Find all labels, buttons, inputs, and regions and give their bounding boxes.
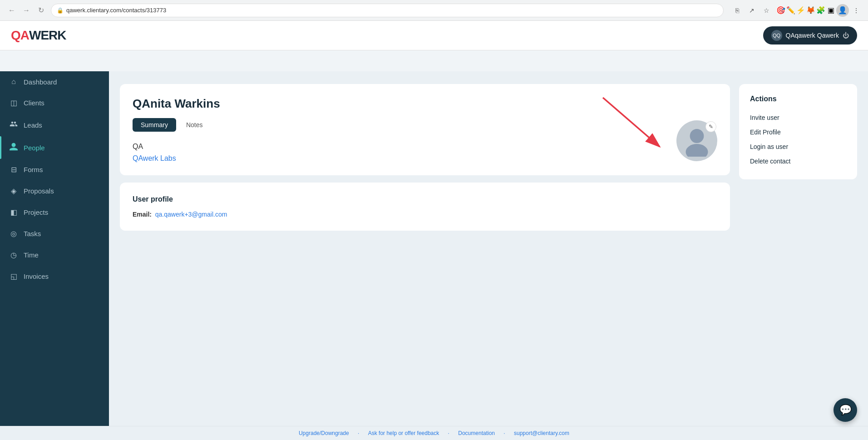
ext-icon-5[interactable]: 🧩 [816, 6, 825, 15]
email-label: Email: [133, 211, 152, 218]
sidebar-item-projects[interactable]: ◧ Projects [0, 202, 109, 223]
leads-icon [9, 120, 18, 130]
sidebar-item-label-leads: Leads [24, 121, 42, 129]
sidebar-item-label-dashboard: Dashboard [24, 78, 57, 86]
ext-icon-2[interactable]: ✏️ [786, 6, 795, 15]
sidebar-item-time[interactable]: ◷ Time [0, 244, 109, 266]
reload-button[interactable]: ↻ [35, 4, 47, 17]
profile-card: QAnita Warkins Summary Notes QA QAwerk L… [120, 84, 730, 175]
ext-icon-6[interactable]: ▣ [826, 6, 835, 15]
sidebar-item-label-forms: Forms [24, 166, 43, 173]
sidebar-item-label-time: Time [24, 251, 39, 259]
svg-point-3 [686, 144, 708, 157]
share-button[interactable]: ↗ [745, 4, 758, 17]
tab-summary[interactable]: Summary [133, 118, 176, 132]
sidebar-item-people[interactable]: People [0, 136, 109, 159]
lock-icon: 🔒 [57, 7, 64, 14]
browser-nav-buttons: ← → ↻ [5, 4, 47, 17]
login-as-user-button[interactable]: Login as user [750, 139, 846, 154]
profile-company[interactable]: QAwerk Labs [133, 154, 176, 162]
sidebar-item-label-people: People [24, 144, 45, 152]
sidebar: ⌂ Dashboard ◫ Clients Leads [0, 71, 109, 426]
clients-icon: ◫ [9, 99, 18, 107]
user-profile-title: User profile [133, 195, 717, 203]
extension-icons: 🎯 ✏️ ⚡ 🦊 🧩 ▣ 👤 ⋮ [776, 4, 863, 17]
logo-werk: WERK [29, 28, 66, 43]
email-link[interactable]: qa.qawerk+3@gmail.com [155, 211, 227, 218]
footer-link-upgrade[interactable]: Upgrade/Downgrade [299, 430, 349, 436]
forms-icon: ⊟ [9, 165, 18, 174]
top-header: QA WERK QQ QAqawerk Qawerk ⏻ [0, 21, 868, 50]
user-avatar-small: QQ [771, 30, 782, 41]
user-profile-email: Email: qa.qawerk+3@gmail.com [133, 211, 717, 218]
projects-icon: ◧ [9, 208, 18, 217]
browser-actions: ⎘ ↗ ☆ [731, 4, 773, 17]
sidebar-item-proposals[interactable]: ◈ Proposals [0, 180, 109, 202]
ext-icon-3[interactable]: ⚡ [796, 6, 805, 15]
edit-profile-button[interactable]: Edit Profile [750, 125, 846, 139]
more-button[interactable]: ⋮ [850, 4, 863, 17]
back-button[interactable]: ← [5, 4, 18, 17]
chat-widget[interactable]: 💬 [833, 398, 857, 422]
browser-bar: ← → ↻ 🔒 qawerk.clientary.com/contacts/31… [0, 0, 868, 21]
actions-panel: Actions Invite user Edit Profile Login a… [739, 84, 857, 179]
logo: QA WERK [11, 28, 66, 43]
sidebar-item-label-proposals: Proposals [24, 187, 54, 195]
user-profile-button[interactable]: QQ QAqawerk Qawerk ⏻ [763, 26, 857, 44]
tasks-icon: ◎ [9, 229, 18, 238]
sidebar-item-label-tasks: Tasks [24, 230, 41, 237]
user-button-label: QAqawerk Qawerk [786, 32, 839, 39]
invoices-icon: ◱ [9, 272, 18, 281]
address-bar[interactable]: 🔒 qawerk.clientary.com/contacts/313773 [51, 4, 724, 17]
profile-tabs: Summary Notes [133, 118, 717, 132]
url-text: qawerk.clientary.com/contacts/313773 [66, 7, 166, 14]
ext-icon-4[interactable]: 🦊 [806, 6, 815, 15]
actions-title: Actions [750, 95, 846, 103]
invite-user-button[interactable]: Invite user [750, 110, 846, 125]
app: QA WERK QQ QAqawerk Qawerk ⏻ ⌂ Dashboard… [0, 21, 868, 426]
footer-separator-3: · [503, 430, 507, 436]
profile-name: QAnita Warkins [133, 97, 717, 111]
footer-separator-1: · [358, 430, 361, 436]
time-icon: ◷ [9, 251, 18, 259]
profile-role: QA [133, 143, 717, 151]
sidebar-item-label-projects: Projects [24, 208, 48, 216]
power-icon: ⏻ [843, 32, 849, 39]
svg-point-2 [690, 129, 704, 143]
cast-button[interactable]: ⎘ [731, 4, 744, 17]
content-area: QAnita Warkins Summary Notes QA QAwerk L… [109, 71, 868, 426]
dashboard-icon: ⌂ [9, 78, 18, 86]
footer-separator-2: · [448, 430, 451, 436]
tab-notes[interactable]: Notes [178, 118, 211, 132]
bookmark-button[interactable]: ☆ [760, 4, 773, 17]
chrome-profile[interactable]: 👤 [836, 4, 849, 17]
avatar-container: ✎ [676, 120, 717, 161]
footer-link-feedback[interactable]: Ask for help or offer feedback [368, 430, 439, 436]
edit-avatar-button[interactable]: ✎ [705, 121, 716, 132]
sidebar-item-label-clients: Clients [24, 99, 44, 107]
footer-link-support[interactable]: support@clientary.com [514, 430, 569, 436]
sidebar-item-invoices[interactable]: ◱ Invoices [0, 266, 109, 287]
ext-icon-1[interactable]: 🎯 [776, 6, 785, 15]
sidebar-item-tasks[interactable]: ◎ Tasks [0, 223, 109, 244]
footer-link-docs[interactable]: Documentation [458, 430, 495, 436]
sidebar-item-leads[interactable]: Leads [0, 114, 109, 136]
people-icon [9, 143, 18, 153]
main-wrapper: ⌂ Dashboard ◫ Clients Leads [0, 71, 868, 426]
proposals-icon: ◈ [9, 187, 18, 195]
main-column: QAnita Warkins Summary Notes QA QAwerk L… [120, 84, 730, 231]
sidebar-item-dashboard[interactable]: ⌂ Dashboard [0, 71, 109, 92]
footer: Upgrade/Downgrade · Ask for help or offe… [0, 426, 868, 440]
logo-qa: QA [11, 28, 29, 43]
forward-button[interactable]: → [20, 4, 33, 17]
sidebar-item-clients[interactable]: ◫ Clients [0, 92, 109, 114]
sidebar-item-forms[interactable]: ⊟ Forms [0, 159, 109, 180]
chat-icon: 💬 [839, 404, 852, 416]
user-profile-card: User profile Email: qa.qawerk+3@gmail.co… [120, 183, 730, 231]
sidebar-item-label-invoices: Invoices [24, 272, 49, 280]
delete-contact-button[interactable]: Delete contact [750, 154, 846, 168]
